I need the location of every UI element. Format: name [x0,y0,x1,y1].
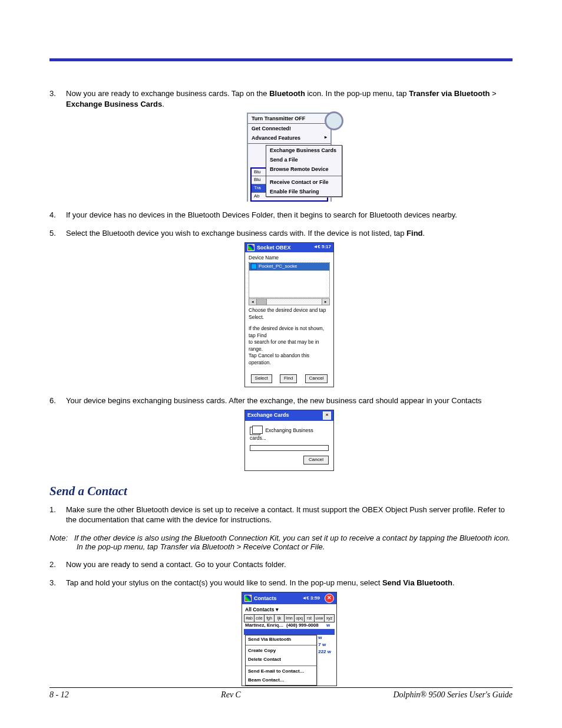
v: 222 w [318,649,331,656]
alpha-tab[interactable]: lmn [284,614,294,622]
find-button[interactable]: Find [280,374,297,383]
menu-item[interactable]: Send E-mail to Contact… [246,667,316,676]
menu-item[interactable]: Get Connected! [248,124,330,133]
figure-popup-menu: Turn Transmitter OFF Get Connected! Adva… [247,113,332,202]
step-num: 4. [49,210,62,220]
hint-text: Choose the desired device and tap Select… [249,307,330,321]
footer-center: Rev C [221,690,241,700]
menu-item[interactable]: Send a File [266,155,342,164]
cancel-button[interactable]: Cancel [303,456,329,465]
submenu: Exchange Business Cards Send a File Brow… [266,145,342,197]
step-b1: 1. Make sure the other Bluetooth device … [49,505,513,525]
t: . [162,100,164,108]
clock: ◄€ 5:17 [313,244,331,251]
step-num: 3. [49,578,62,588]
menu-item[interactable]: Receive Contact or File [266,177,342,187]
scrollbar[interactable]: ◂ ▸ [249,298,330,305]
alpha-tab[interactable]: uvw [314,614,324,622]
t: Select the Bluetooth device you wish to … [66,229,406,238]
figure-exchange-cards: Exchange Cards × Exchanging Business car… [244,410,334,471]
alpha-tab[interactable]: ijk [274,614,284,622]
step-num: 2. [49,559,62,570]
note-label: Note: [49,533,68,542]
titlebar: Socket OBEX ◄€ 5:17 [245,243,333,252]
menu-item[interactable]: Turn Transmitter OFF [248,114,330,124]
alpha-tab[interactable]: rst [304,614,314,622]
alpha-tab[interactable]: xyz [324,614,335,622]
contact-tag: w [326,622,333,629]
status-row: Exchanging Business cards... [250,427,329,442]
t: . [423,229,425,238]
menu-item[interactable]: Beam Contact… [246,676,316,685]
t: > [490,89,496,98]
menu-item[interactable]: Delete Contact [246,655,316,664]
scroll-thumb[interactable] [257,299,267,305]
t: . [452,578,455,587]
step-num: 6. [49,396,62,406]
close-icon[interactable]: × [323,411,331,420]
note-text: If the other device is also using the Bl… [74,533,510,551]
menu-item[interactable]: Advanced Features▸ [248,133,330,143]
windows-icon [247,244,254,251]
step-num: 1. [49,505,62,515]
window-title: Exchange Cards [247,411,289,419]
contact-phone: (408) 999-0008 [286,622,326,629]
device-icon [251,263,257,269]
cancel-button[interactable]: Cancel [305,374,328,383]
submenu-arrow-icon: ▸ [325,134,327,141]
l: Advanced Features [252,135,300,141]
step-4: 4. If your device has no devices in the … [49,210,513,220]
hint-text: If the desired device is not shown, tap … [249,325,330,339]
alpha-tab[interactable]: opq [294,614,304,622]
figure-contacts: Contacts ◄€ 3:59 ✕ All Contacts ▾ #ab cd… [242,592,337,686]
b: Send Via Bluetooth [382,578,452,587]
step-text: If your device has no devices in the Blu… [66,210,457,219]
menu-item[interactable]: Browse Remote Device [266,164,342,174]
alpha-tab[interactable]: #ab [244,614,254,622]
device-list[interactable]: Pocket_PC_socke [249,262,330,298]
t: Tap and hold your stylus on the contact(… [66,578,382,587]
step-list-a: 3. Now you are ready to exchange busines… [49,88,513,471]
b: Exchange Business Cards [66,100,162,108]
clock: ◄€ 3:59 [302,595,320,602]
step-num: 3. [49,88,62,99]
step-6: 6. Your device begins exchanging busines… [49,396,513,471]
alpha-tab[interactable]: cde [254,614,264,622]
note: Note: If the other device is also using … [49,533,513,551]
contact-row[interactable]: Martinez, Enriq… (408) 999-0008 w [244,622,335,629]
contact-row-selected[interactable] [244,629,335,635]
step-text: Your device begins exchanging business c… [66,396,482,405]
menu-item[interactable]: Exchange Business Cards [266,146,342,155]
bluetooth-icon [325,111,343,130]
t: Now you are ready to exchange business c… [66,89,269,98]
scroll-left-icon[interactable]: ◂ [249,299,257,305]
menu-item[interactable]: Create Copy [246,647,316,655]
footer-right: Dolphin® 9500 Series User's Guide [393,690,513,700]
step-text: Make sure the other Bluetooth device is … [66,505,505,525]
contact-name: Martinez, Enriq… [245,622,286,629]
step-5: 5. Select the Bluetooth device you wish … [49,228,513,387]
window-title: Socket OBEX [257,244,291,251]
step-3: 3. Now you are ready to exchange busines… [49,88,513,202]
contacts-filter[interactable]: All Contacts ▾ [244,605,335,614]
select-button[interactable]: Select [251,374,272,383]
context-menu: Send Via Bluetooth Create Copy Delete Co… [245,635,317,686]
header-rule [49,58,513,61]
windows-icon [244,595,252,602]
menu-item[interactable]: Enable File Sharing [266,187,342,196]
figure-socket-obex: Socket OBEX ◄€ 5:17 Device Name Pocket_P… [244,242,334,387]
v: 7 w [318,642,331,649]
titlebar: Exchange Cards × [245,410,333,421]
progress-bar [250,445,329,451]
device-name: Pocket_PC_socke [259,264,297,269]
step-num: 5. [49,228,62,239]
menu-item[interactable]: Send Via Bluetooth [246,635,316,644]
step-text: Now you are ready to exchange business c… [66,89,497,108]
alpha-tab[interactable]: fgh [264,614,274,622]
device-row[interactable]: Pocket_PC_socke [249,263,329,271]
step-text: Now you are ready to send a contact. Go … [66,560,286,569]
scroll-right-icon[interactable]: ▸ [322,299,329,305]
step-list-b2: 2. Now you are ready to send a contact. … [49,559,513,686]
window-title: Contacts [254,595,277,602]
close-icon[interactable]: ✕ [325,594,334,603]
